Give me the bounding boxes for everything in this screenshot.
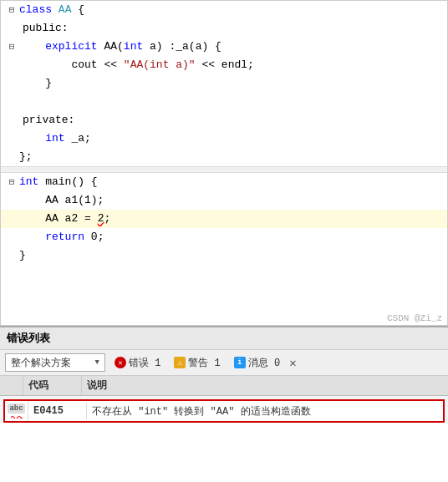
- col-code-header: 代码: [23, 376, 82, 395]
- code-content: cout << "AA(int a)" << endl;: [19, 56, 444, 74]
- code-content: public:: [19, 19, 444, 38]
- solution-dropdown[interactable]: 整个解决方案 ▼: [5, 353, 105, 372]
- code-content: }: [19, 246, 444, 265]
- code-line: private:: [1, 111, 447, 129]
- code-content: };: [19, 148, 444, 166]
- code-content: int _a;: [19, 129, 444, 148]
- code-line: ⊟ int main() {: [1, 173, 447, 191]
- code-content: }: [19, 74, 444, 93]
- code-line: public:: [1, 19, 447, 38]
- error-toolbar: 整个解决方案 ▼ ✕ 错误 1 ⚠ 警告 1 i 消息 0 ✕: [0, 350, 448, 376]
- abc-icon: abc: [8, 403, 24, 414]
- info-icon: i: [234, 357, 246, 368]
- filter-icon[interactable]: ✕: [289, 356, 296, 370]
- warning-badge[interactable]: ⚠ 警告 1: [170, 354, 224, 372]
- code-line: };: [1, 148, 447, 166]
- fold-icon[interactable]: ⊟: [4, 1, 19, 19]
- code-editor-container: ⊟ class AA { public: ⊟ explicit AA(int a…: [0, 0, 448, 326]
- code-line: }: [1, 74, 447, 93]
- code-content: class AA {: [19, 1, 444, 19]
- code-content: AA a2 = 2;: [19, 210, 444, 228]
- error-table-header: 代码 说明: [0, 376, 448, 396]
- error-row-icon: abc: [5, 401, 28, 421]
- code-line-highlighted: AA a2 = 2;: [1, 210, 447, 228]
- info-count-label: 消息 0: [248, 356, 280, 370]
- error-code: E0415: [28, 403, 87, 419]
- watermark: CSDN @Zi_z: [387, 313, 442, 323]
- code-line: }: [1, 246, 447, 265]
- col-desc-header: 说明: [82, 376, 448, 395]
- code-content: return 0;: [19, 228, 444, 246]
- code-content: AA a1(1);: [19, 191, 444, 210]
- code-line: cout << "AA(int a)" << endl;: [1, 56, 447, 74]
- error-badge[interactable]: ✕ 错误 1: [110, 354, 165, 372]
- code-content: explicit AA(int a) :_a(a) {: [19, 38, 444, 56]
- code-line: ⊟ class AA {: [1, 1, 447, 19]
- col-icon-header: [0, 376, 23, 395]
- dropdown-arrow-icon: ▼: [95, 358, 99, 367]
- fold-icon[interactable]: ⊟: [4, 38, 19, 56]
- error-panel: 错误列表 整个解决方案 ▼ ✕ 错误 1 ⚠ 警告 1 i 消息 0 ✕ 代码 …: [0, 326, 448, 423]
- error-description: 不存在从 "int" 转换到 "AA" 的适当构造函数: [87, 402, 443, 421]
- fold-icon[interactable]: ⊟: [4, 173, 19, 191]
- code-line: int _a;: [1, 129, 447, 148]
- code-line: [1, 93, 447, 111]
- dropdown-label: 整个解决方案: [11, 356, 71, 370]
- code-line: AA a1(1);: [1, 191, 447, 210]
- class-block: ⊟ class AA { public: ⊟ explicit AA(int a…: [1, 1, 447, 166]
- code-line: ⊟ explicit AA(int a) :_a(a) {: [1, 38, 447, 56]
- code-content: private:: [19, 111, 444, 129]
- warning-icon: ⚠: [174, 357, 186, 368]
- error-panel-title: 错误列表: [0, 327, 448, 350]
- info-badge[interactable]: i 消息 0: [230, 354, 284, 372]
- code-line: return 0;: [1, 228, 447, 246]
- error-row[interactable]: abc E0415 不存在从 "int" 转换到 "AA" 的适当构造函数: [3, 399, 445, 423]
- error-count-label: 错误 1: [129, 356, 160, 370]
- main-block: ⊟ int main() { AA a1(1); AA a2 = 2; retu…: [1, 173, 447, 265]
- squiggle-icon: [11, 414, 23, 419]
- error-icon: ✕: [115, 357, 126, 368]
- block-separator: [1, 166, 447, 173]
- code-content: int main() {: [19, 173, 444, 191]
- warning-count-label: 警告 1: [188, 356, 220, 370]
